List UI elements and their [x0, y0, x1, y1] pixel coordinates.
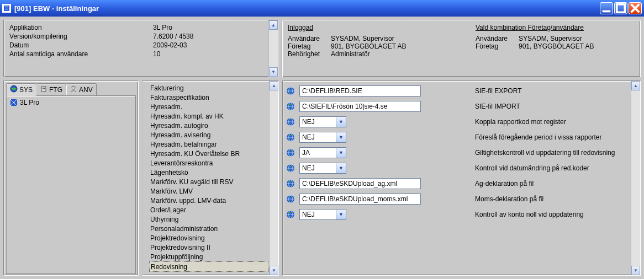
info-value: 901, BYGGBOLAGET AB — [331, 42, 407, 50]
globe-icon — [286, 117, 295, 126]
setting-row: Moms-deklaration på fil — [286, 191, 630, 207]
info-key: Företag — [288, 42, 326, 50]
setting-row: NEJ▼Kontroll vid datumändring på red.kod… — [286, 160, 630, 176]
info-key: Användare — [288, 35, 326, 42]
app-icon — [2, 4, 11, 13]
svg-point-13 — [72, 86, 75, 89]
info-value: SYSADM, Supervisor — [519, 35, 582, 42]
globe-icon — [286, 210, 295, 219]
info-label: Antal samtidiga användare — [9, 50, 153, 58]
chevron-down-icon[interactable]: ▼ — [336, 210, 346, 219]
category-item[interactable]: Hyresadm. KU Överlåtelse BR — [149, 149, 268, 158]
setting-row: NEJ▼Kontroll av konto noll vid uppdateri… — [286, 207, 630, 222]
globe-icon — [286, 164, 295, 173]
maximize-button[interactable] — [614, 2, 627, 14]
category-item[interactable]: Fakturaspecifikation — [149, 93, 268, 102]
scroll-down-icon[interactable]: ▼ — [269, 67, 278, 77]
tab-ftg-label: FTG — [49, 86, 62, 94]
chevron-down-icon[interactable]: ▼ — [336, 163, 346, 173]
tree-root-item[interactable]: 3L Pro — [9, 98, 133, 107]
app-tree-icon — [10, 99, 18, 106]
setting-description: SIE-fil EXPORT — [475, 87, 630, 95]
svg-rect-12 — [44, 88, 45, 89]
combo-value: NEJ — [300, 163, 336, 173]
setting-combo[interactable]: NEJ▼ — [299, 116, 346, 127]
setting-combo[interactable]: NEJ▼ — [299, 163, 346, 174]
category-item[interactable]: Leverantörsreskontra — [149, 158, 268, 168]
info-pair: Företag901, BYGGBOLAGET AB — [476, 42, 594, 50]
info-key: Behörighet — [288, 50, 326, 58]
setting-text-input[interactable] — [299, 101, 421, 112]
info-value: 10 — [153, 50, 272, 58]
svg-rect-5 — [617, 4, 625, 13]
category-item[interactable]: Hyresadm. kompl. av HK — [149, 111, 268, 121]
category-item[interactable]: Projektredovisning II — [149, 243, 268, 252]
scroll-up-icon[interactable]: ▲ — [269, 20, 278, 30]
globe-icon — [286, 179, 295, 188]
info-key: Användare — [476, 35, 514, 42]
combo-value: NEJ — [300, 132, 336, 142]
category-item[interactable]: Uthyrning — [149, 214, 268, 224]
category-item[interactable]: Hyresadm. avisering — [149, 130, 268, 140]
scroll-down-icon[interactable]: ▼ — [270, 266, 278, 275]
scrollbar[interactable]: ▲ ▼ — [269, 81, 278, 275]
category-item[interactable]: Lägenhetskö — [149, 168, 268, 177]
sidebar-panel: SYS FTG ANV 3L Pro — [3, 81, 139, 276]
combo-value: NEJ — [300, 210, 336, 219]
info-pair: AnvändareSYSADM, Supervisor — [476, 35, 594, 42]
category-item[interactable]: Markförv. LMV — [149, 186, 268, 196]
category-item[interactable]: Order/Lager — [149, 205, 268, 214]
category-item[interactable]: Projektredovisning — [149, 233, 268, 243]
globe-icon — [286, 148, 295, 157]
globe-icon — [10, 85, 18, 94]
globe-icon — [286, 87, 295, 95]
tab-sys[interactable]: SYS — [6, 83, 36, 96]
scrollbar[interactable]: ▲ ▼ — [631, 81, 640, 275]
setting-description: SIE-fil IMPORT — [475, 103, 630, 110]
setting-row: SIE-fil EXPORT — [286, 83, 630, 99]
combo-value: NEJ — [300, 117, 336, 127]
setting-row: Ag-deklaration på fil — [286, 176, 630, 191]
category-item[interactable]: Personaladministration — [149, 224, 268, 233]
close-button[interactable] — [629, 2, 642, 14]
chevron-down-icon[interactable]: ▼ — [336, 117, 346, 127]
info-value: Administratör — [331, 50, 370, 58]
tab-anv[interactable]: ANV — [66, 83, 97, 95]
building-icon — [40, 85, 47, 94]
setting-row: NEJ▼Föreslå föregående period i vissa ra… — [286, 130, 630, 145]
scroll-up-icon[interactable]: ▲ — [631, 81, 640, 90]
category-item[interactable]: Markförv. KU avgäld till RSV — [149, 177, 268, 186]
chevron-down-icon[interactable]: ▼ — [336, 132, 346, 142]
globe-icon — [286, 133, 295, 142]
category-item[interactable]: Markförv. uppd. LMV-data — [149, 196, 268, 205]
window-title: [901] EBW - inställningar — [14, 4, 600, 13]
category-item[interactable]: Hyresadm. — [149, 102, 268, 111]
setting-row: SIE-fil IMPORT — [286, 99, 630, 114]
scroll-up-icon[interactable]: ▲ — [270, 81, 278, 90]
combo-value: JA — [300, 148, 336, 158]
setting-description: Kontroll av konto noll vid uppdatering — [475, 211, 630, 218]
setting-combo[interactable]: NEJ▼ — [299, 132, 346, 143]
category-item[interactable]: Projektuppföljning — [149, 252, 268, 261]
tab-ftg[interactable]: FTG — [36, 83, 66, 95]
tab-anv-label: ANV — [79, 86, 93, 94]
setting-text-input[interactable] — [299, 194, 421, 205]
setting-combo[interactable]: JA▼ — [299, 147, 346, 158]
globe-icon — [286, 102, 295, 111]
setting-combo[interactable]: NEJ▼ — [299, 209, 346, 220]
category-item[interactable]: Fakturering — [149, 83, 268, 93]
chevron-down-icon[interactable]: ▼ — [336, 148, 346, 158]
category-item[interactable]: Redovisning — [149, 261, 268, 272]
info-pair: BehörighetAdministratör — [288, 50, 453, 58]
setting-text-input[interactable] — [299, 178, 421, 189]
logged-in-heading: Inloggad — [288, 24, 453, 31]
svg-rect-2 — [5, 8, 8, 8]
scrollbar[interactable]: ▲ ▼ — [268, 20, 278, 77]
setting-text-input[interactable] — [299, 85, 421, 96]
info-key: Företag — [476, 42, 514, 50]
scroll-down-icon[interactable]: ▼ — [631, 266, 640, 275]
category-item[interactable]: Hyresadm. autogiro — [149, 121, 268, 130]
svg-rect-3 — [5, 9, 8, 9]
category-item[interactable]: Hyresadm. betalningar — [149, 140, 268, 149]
minimize-button[interactable] — [600, 2, 613, 14]
